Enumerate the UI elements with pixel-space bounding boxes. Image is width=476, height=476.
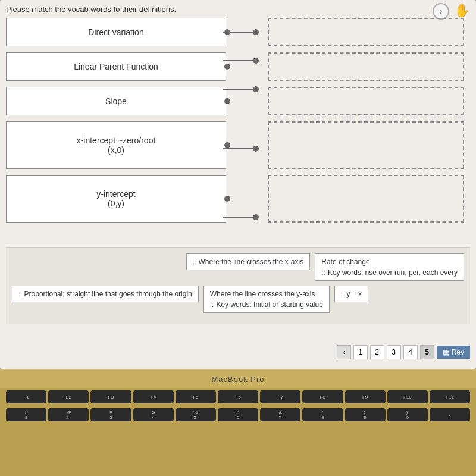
term-label-line1: y-intercept — [96, 189, 135, 199]
key-percent[interactable]: %5 — [176, 408, 216, 421]
key-f4[interactable]: F4 — [133, 390, 174, 403]
key-f3[interactable]: F3 — [90, 390, 131, 403]
drag-handle-icon: :: — [193, 259, 196, 265]
drop-zone-5[interactable] — [268, 175, 464, 223]
chip-yx[interactable]: :: y = x — [334, 286, 368, 302]
key-f11[interactable]: F11 — [430, 390, 470, 403]
drop-zone-1[interactable] — [268, 18, 464, 46]
key-exclaim[interactable]: !1 — [6, 408, 46, 421]
review-button[interactable]: ▦ Rev — [437, 346, 470, 359]
svg-point-7 — [253, 146, 259, 152]
term-box-x-intercept[interactable]: x-intercept ~zero/root (x,0) — [6, 121, 226, 169]
pagination: ‹ 1 2 3 4 5 ▦ Rev — [337, 345, 470, 359]
chip-x-axis[interactable]: :: Where the line crosses the x-axis — [186, 253, 310, 270]
macbook-bar: MacBook Pro — [0, 370, 476, 388]
drag-handle-icon: :: — [210, 300, 214, 309]
key-lparen[interactable]: (9 — [345, 408, 386, 421]
macbook-label: MacBook Pro — [211, 375, 264, 384]
review-icon: ▦ — [443, 348, 449, 356]
term-box-y-intercept[interactable]: y-intercept (0,y) — [6, 175, 226, 223]
prev-page-button[interactable]: ‹ — [337, 345, 351, 359]
page-4-button[interactable]: 4 — [403, 345, 418, 359]
terms-column: Direct variation Linear Parent Function … — [6, 18, 226, 223]
key-hash[interactable]: #3 — [90, 408, 131, 421]
chip-y-axis-group[interactable]: Where the line crosses the y-axis :: Key… — [203, 286, 330, 313]
keyboard-row-fn: F1 F2 F3 F4 F5 F6 F7 F8 F9 F10 F11 — [0, 388, 476, 403]
key-f9[interactable]: F9 — [345, 390, 386, 403]
drag-handle-icon: :: — [18, 291, 22, 298]
key-amp[interactable]: &7 — [260, 408, 300, 421]
key-f5[interactable]: F5 — [176, 390, 216, 403]
page-3-button[interactable]: 3 — [387, 345, 401, 359]
instructions-text: Please match the vocab words to their de… — [6, 5, 176, 14]
key-rparen[interactable]: )0 — [387, 408, 428, 421]
hand-icon: ✋ — [454, 3, 470, 18]
key-dollar[interactable]: $4 — [133, 408, 174, 421]
key-f1[interactable]: F1 — [6, 390, 46, 403]
keyboard-row-num: !1 @2 #3 $4 %5 ^6 &7 *8 (9 )0 - — [0, 406, 476, 421]
keyboard-area: F1 F2 F3 F4 F5 F6 F7 F8 F9 F10 F11 !1 @2… — [0, 388, 476, 476]
term-box-slope[interactable]: Slope — [6, 87, 226, 115]
key-f2[interactable]: F2 — [48, 390, 89, 403]
drop-zone-3[interactable] — [268, 87, 464, 115]
group-sub-label: Key words: Initial or starting value — [216, 300, 322, 309]
svg-point-5 — [253, 86, 259, 92]
drag-handle-icon: :: — [341, 291, 345, 298]
key-f8[interactable]: F8 — [302, 390, 343, 403]
svg-point-1 — [253, 29, 259, 35]
page-2-button[interactable]: 2 — [370, 345, 384, 359]
key-minus[interactable]: - — [430, 408, 470, 421]
svg-point-9 — [253, 214, 259, 220]
drag-handle-icon: :: — [321, 268, 325, 277]
key-star[interactable]: *8 — [302, 408, 343, 421]
group-title: Rate of change — [321, 258, 458, 266]
term-box-linear-parent[interactable]: Linear Parent Function — [6, 52, 226, 81]
key-at[interactable]: @2 — [48, 408, 89, 421]
chip-rate-group[interactable]: Rate of change :: Key words: rise over r… — [315, 253, 464, 281]
term-label-line2: (0,y) — [108, 199, 124, 208]
svg-point-3 — [253, 58, 259, 64]
chip-label: Proportional; straight line that goes th… — [24, 290, 192, 298]
chip-label: y = x — [346, 290, 362, 298]
page-1-button[interactable]: 1 — [353, 345, 368, 359]
group-sub-label: Key words: rise over run, per, each ever… — [328, 268, 458, 277]
term-label-line1: x-intercept ~zero/root — [77, 136, 156, 145]
drop-zones-column — [268, 18, 464, 223]
forward-nav-button[interactable]: › — [433, 3, 449, 20]
screen: Please match the vocab words to their de… — [0, 0, 476, 369]
key-f6[interactable]: F6 — [218, 390, 258, 403]
connector-lines — [223, 18, 271, 268]
chip-proportional[interactable]: :: Proportional; straight line that goes… — [12, 286, 199, 302]
term-label-line2: (x,0) — [108, 145, 124, 155]
key-caret[interactable]: ^6 — [218, 408, 258, 421]
answer-bank: :: Where the line crosses the x-axis Rat… — [6, 247, 470, 324]
chip-label: Where the line crosses the x-axis — [198, 258, 303, 266]
page-5-button[interactable]: 5 — [420, 345, 434, 359]
review-label: Rev — [452, 348, 464, 356]
group-title: Where the line crosses the y-axis — [210, 290, 323, 298]
drop-zone-4[interactable] — [268, 121, 464, 169]
drop-zone-2[interactable] — [268, 52, 464, 81]
term-box-direct-variation[interactable]: Direct variation — [6, 18, 226, 46]
term-label: Slope — [105, 96, 127, 106]
term-label: Linear Parent Function — [74, 62, 158, 71]
key-f10[interactable]: F10 — [387, 390, 428, 403]
key-f7[interactable]: F7 — [260, 390, 300, 403]
term-label: Direct variation — [88, 27, 143, 37]
answer-row-1: :: Where the line crosses the x-axis Rat… — [12, 253, 464, 281]
answer-row-2: :: Proportional; straight line that goes… — [12, 286, 464, 313]
